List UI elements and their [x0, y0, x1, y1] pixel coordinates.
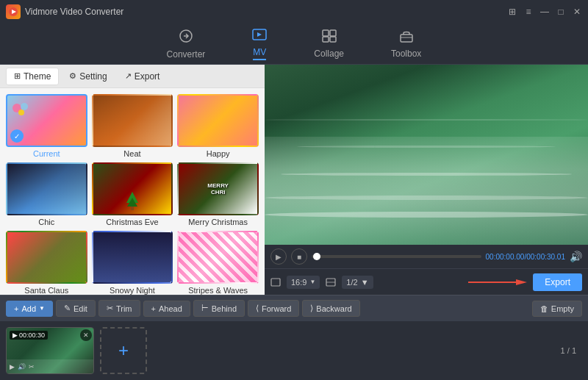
svg-point-11 [21, 103, 28, 110]
trim-icon: ✂ [107, 304, 113, 313]
toolbox-label: Toolbox [391, 49, 421, 59]
title-bar-left: Vidmore Video Converter [6, 4, 123, 19]
add-icon: + [14, 304, 18, 313]
time-display: 00:00:00.00/00:00:30.01 [486, 253, 565, 261]
clip-close-button[interactable]: ✕ [80, 329, 92, 341]
theme-santa-claus[interactable]: Santa Claus [6, 231, 87, 295]
export-arrow-icon [468, 276, 527, 288]
ratio-select[interactable]: 16:9 ▼ [287, 276, 320, 289]
volume-icon[interactable]: 🔊 [570, 251, 582, 262]
theme-snowy-night-thumb [92, 231, 173, 284]
clip-volume-icon[interactable]: 🔊 [18, 363, 26, 370]
backward-button[interactable]: ⟩ Backward [302, 300, 359, 317]
theme-neat[interactable]: Neat [92, 94, 173, 158]
behind-button[interactable]: ⊢ Behind [193, 300, 245, 317]
theme-merry-christmas[interactable]: MERRYCHRI Merry Christmas [177, 162, 259, 226]
timeline-clip-1[interactable]: ▶ 00:00:30 ✕ ▶ 🔊 ✂ [6, 327, 94, 374]
edit-label: Edit [74, 304, 87, 313]
trim-button[interactable]: ✂ Trim [98, 300, 140, 317]
video-controls: ▶ ■ 00:00:00.00/00:00:30.01 🔊 [265, 245, 588, 268]
maximize-button[interactable]: □ [556, 7, 566, 17]
stop-button[interactable]: ■ [291, 248, 307, 265]
progress-indicator [313, 253, 320, 260]
empty-label: Empty [551, 304, 574, 313]
clip-controls: ▶ 🔊 ✂ [10, 363, 35, 370]
theme-chic[interactable]: Chic [6, 162, 87, 226]
trim-label: Trim [116, 304, 132, 313]
export-tab-icon: ↗ [125, 71, 132, 81]
theme-christmas-eve[interactable]: Christmas Eve [92, 162, 173, 226]
add-label: Add [21, 304, 36, 313]
export-tab-label: Export [135, 71, 160, 82]
svg-rect-5 [330, 30, 336, 36]
tab-export[interactable]: ↗ Export [118, 68, 168, 85]
ratio-chevron-icon: ▼ [309, 279, 315, 285]
resolution-icon-group [326, 277, 336, 287]
theme-happy-thumb [177, 94, 259, 147]
ahead-icon: + [151, 304, 156, 313]
clip-play-icon[interactable]: ▶ [10, 363, 15, 370]
theme-chic-thumb [6, 162, 87, 215]
resolution-select[interactable]: 1/2 ▼ [342, 276, 373, 289]
theme-current-name: Current [6, 149, 87, 158]
nav-toolbox[interactable]: Toolbox [382, 26, 430, 62]
resolution-chevron-icon: ▼ [361, 278, 369, 287]
toolbox-icon [399, 29, 414, 46]
mv-icon [252, 28, 267, 45]
bottom-toolbar: + Add ▼ ✎ Edit ✂ Trim + Ahead ⊢ Behind ⟨… [0, 295, 588, 321]
left-panel: ⊞ Theme ⚙ Setting ↗ Export ✓ [0, 65, 265, 295]
play-button[interactable]: ▶ [270, 248, 287, 265]
theme-snowy-night[interactable]: Snowy Night [92, 231, 173, 295]
forward-label: Forward [262, 304, 291, 313]
theme-christmas-eve-thumb [92, 162, 173, 215]
title-bar-controls: ⊞ ≡ — □ ✕ [507, 7, 582, 17]
behind-icon: ⊢ [201, 304, 209, 313]
tab-theme[interactable]: ⊞ Theme [6, 68, 59, 85]
empty-icon: 🗑 [540, 304, 548, 313]
close-button[interactable]: ✕ [572, 7, 582, 17]
ahead-button[interactable]: + Ahead [143, 301, 190, 317]
backward-label: Backward [316, 304, 351, 313]
svg-rect-4 [323, 30, 329, 36]
taskbar-icon[interactable]: ⊞ [507, 7, 517, 17]
clip-duration-text: 00:00:30 [19, 331, 45, 339]
nav-mv[interactable]: MV [243, 25, 276, 63]
ratio-icon-group [270, 277, 281, 287]
setting-tab-label: Setting [79, 71, 107, 82]
theme-snowy-night-name: Snowy Night [92, 286, 173, 295]
theme-happy-name: Happy [177, 149, 259, 158]
minimize-button[interactable]: — [539, 7, 550, 17]
svg-rect-8 [401, 35, 412, 42]
tab-setting[interactable]: ⚙ Setting [62, 68, 114, 85]
export-button[interactable]: Export [533, 273, 582, 291]
theme-stripes-waves[interactable]: Stripes & Waves [177, 231, 259, 295]
svg-rect-15 [131, 207, 134, 210]
edit-button[interactable]: ✎ Edit [56, 300, 96, 317]
add-clip-button[interactable]: + [100, 327, 147, 374]
theme-merry-christmas-name: Merry Christmas [177, 218, 259, 226]
main-nav: Converter MV Collage [0, 24, 588, 65]
setting-tab-icon: ⚙ [69, 71, 76, 81]
arrow-indicator [379, 276, 528, 288]
app-icon [6, 4, 21, 19]
theme-happy[interactable]: Happy [177, 94, 259, 158]
nav-converter[interactable]: Converter [158, 26, 215, 62]
clip-cut-icon[interactable]: ✂ [29, 363, 35, 370]
add-button[interactable]: + Add ▼ [6, 301, 53, 317]
converter-label: Converter [167, 49, 206, 60]
empty-button[interactable]: 🗑 Empty [532, 301, 582, 317]
nav-collage[interactable]: Collage [305, 26, 353, 62]
right-panel: ▶ ■ 00:00:00.00/00:00:30.01 🔊 16:9 ▼ [265, 65, 588, 295]
forward-button[interactable]: ⟨ Forward [248, 300, 299, 317]
page-indicator: 1 / 1 [561, 346, 576, 355]
export-bar: 16:9 ▼ 1/2 ▼ Ex [265, 268, 588, 295]
theme-current[interactable]: ✓ Current [6, 94, 87, 158]
add-dropdown-icon: ▼ [39, 305, 45, 312]
red-arrow-svg [468, 276, 527, 288]
ratio-value: 16:9 [291, 278, 306, 287]
theme-neat-thumb [92, 94, 173, 147]
theme-chic-name: Chic [6, 218, 87, 226]
progress-bar[interactable] [312, 255, 481, 258]
menu-icon[interactable]: ≡ [523, 7, 534, 17]
svg-marker-20 [516, 279, 527, 285]
